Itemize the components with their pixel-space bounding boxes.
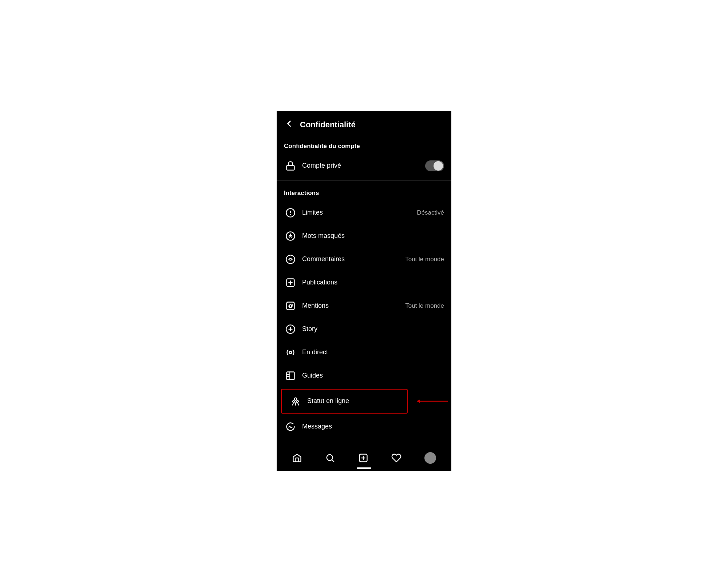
menu-item-publications[interactable]: Publications — [277, 271, 451, 294]
menu-item-guides[interactable]: Guides — [277, 364, 451, 387]
content-area: Confidentialité du compte Compte privé I… — [277, 137, 451, 471]
publications-label: Publications — [302, 279, 444, 286]
lock-icon — [284, 159, 297, 172]
plus-square-icon — [284, 276, 297, 289]
mots-masques-label: Mots masqués — [302, 232, 444, 240]
header: Confidentialité — [277, 111, 451, 137]
nav-add[interactable] — [358, 453, 368, 463]
messages-label: Messages — [302, 423, 444, 430]
svg-point-23 — [327, 454, 332, 460]
book-square-icon — [284, 369, 297, 382]
compte-prive-label: Compte privé — [302, 162, 425, 170]
filter-circle-icon — [284, 230, 297, 243]
compte-prive-toggle[interactable] — [425, 160, 444, 171]
commentaires-value: Tout le monde — [405, 256, 444, 263]
svg-point-4 — [286, 232, 294, 240]
story-icon — [284, 323, 297, 336]
arrow-annotation — [415, 397, 451, 406]
limites-value: Désactivé — [417, 209, 444, 216]
svg-marker-22 — [417, 399, 420, 403]
guides-label: Guides — [302, 372, 444, 379]
menu-item-limites[interactable]: Limites Désactivé — [277, 201, 451, 224]
person-activity-icon — [289, 395, 302, 408]
section-label-compte: Confidentialité du compte — [277, 137, 451, 154]
menu-item-story[interactable]: Story — [277, 318, 451, 341]
mentions-label: Mentions — [302, 302, 405, 310]
page-title: Confidentialité — [300, 120, 356, 129]
svg-point-20 — [294, 398, 297, 400]
menu-item-en-direct[interactable]: En direct — [277, 341, 451, 364]
comment-circle-icon — [284, 253, 297, 266]
svg-rect-10 — [287, 302, 294, 310]
commentaires-label: Commentaires — [302, 255, 405, 263]
en-direct-label: En direct — [302, 348, 444, 356]
story-label: Story — [302, 325, 444, 333]
svg-rect-0 — [287, 165, 294, 170]
nav-profile[interactable] — [424, 452, 436, 464]
divider-1 — [277, 180, 451, 181]
svg-point-11 — [289, 304, 292, 307]
svg-line-24 — [332, 460, 334, 462]
profile-avatar — [424, 452, 436, 464]
menu-item-mentions[interactable]: Mentions Tout le monde — [277, 294, 451, 318]
alert-circle-icon — [284, 206, 297, 219]
menu-item-commentaires[interactable]: Commentaires Tout le monde — [277, 248, 451, 271]
menu-item-messages[interactable]: Messages — [277, 415, 451, 438]
svg-point-15 — [289, 351, 292, 354]
svg-rect-16 — [287, 372, 294, 379]
statut-en-ligne-label: Statut en ligne — [307, 397, 400, 405]
section-label-interactions: Interactions — [277, 184, 451, 201]
nav-home[interactable] — [292, 453, 302, 463]
svg-point-6 — [286, 255, 294, 263]
nav-search[interactable] — [325, 453, 335, 463]
nav-heart[interactable] — [391, 453, 401, 463]
limites-label: Limites — [302, 209, 417, 216]
phone-screen: Confidentialité Confidentialité du compt… — [277, 111, 451, 471]
mentions-value: Tout le monde — [405, 302, 444, 310]
menu-item-mots-masques[interactable]: Mots masqués — [277, 224, 451, 248]
home-indicator — [357, 467, 371, 469]
at-square-icon — [284, 299, 297, 312]
back-button[interactable] — [284, 119, 294, 131]
live-circle-icon — [284, 346, 297, 359]
menu-item-compte-prive[interactable]: Compte privé — [277, 154, 451, 178]
messenger-circle-icon — [284, 420, 297, 433]
menu-item-statut-en-ligne[interactable]: Statut en ligne — [281, 389, 408, 414]
